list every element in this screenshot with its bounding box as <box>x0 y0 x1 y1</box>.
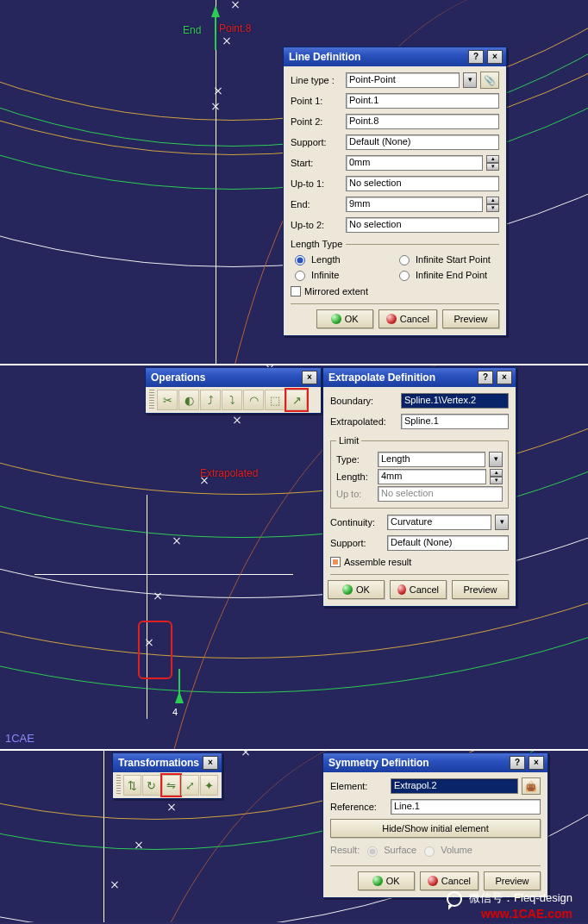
chevron-down-icon[interactable]: ▾ <box>495 515 509 530</box>
help-button[interactable]: ? <box>478 371 493 384</box>
start-field[interactable]: 0mm <box>346 155 483 171</box>
point-label: Point.8 <box>219 22 251 34</box>
close-button[interactable]: × <box>487 50 503 64</box>
length-type-group: Length Type Length Infinite Start Point … <box>291 239 499 281</box>
cancel-button[interactable]: Cancel <box>420 871 479 890</box>
toolbar-titlebar[interactable]: Operations × <box>146 368 321 387</box>
boundary-field[interactable]: Spline.1\Vertex.2 <box>401 393 509 409</box>
length-spinner[interactable]: ▴▾ <box>490 469 503 484</box>
result-label: Result: <box>330 845 360 855</box>
close-icon[interactable]: × <box>302 371 317 384</box>
wechat-icon <box>447 891 462 907</box>
point2-field[interactable]: Point.8 <box>346 114 499 129</box>
radio-infinite[interactable]: Infinite <box>291 268 395 281</box>
dialog-titlebar[interactable]: Extrapolate Definition ? × <box>323 368 516 387</box>
tool-affinity-icon[interactable]: ✦ <box>200 775 218 796</box>
line-type-combo[interactable]: Point-Point <box>346 72 460 88</box>
operations-toolbar: Operations × ✂ ◐ ⤴ ⤵ ◠ ⬚ ↗ <box>145 367 322 414</box>
end-field[interactable]: 9mm <box>346 197 483 212</box>
toolbar-grip[interactable] <box>149 390 154 410</box>
ok-button[interactable]: OK <box>316 309 373 328</box>
dialog-titlebar[interactable]: Symmetry Definition ? × <box>323 753 547 772</box>
hide-show-button[interactable]: Hide/Show initial element <box>330 819 541 838</box>
extrapolated-field[interactable]: Spline.1 <box>401 414 509 429</box>
tool-trim-icon[interactable]: ⤴ <box>200 390 221 410</box>
continuity-label: Continuity: <box>330 517 384 528</box>
length-label: Length: <box>336 471 374 482</box>
limit-group: Limit Type: Length ▾ Length: 4mm ▴▾ Up t… <box>330 435 509 509</box>
radio-infinite-end[interactable]: Infinite End Point <box>395 268 499 281</box>
tool-extract-icon[interactable]: ◠ <box>243 390 264 410</box>
extrapolated-label: Extrapolated: <box>330 416 397 427</box>
reference-label: Reference: <box>330 802 387 812</box>
close-button[interactable]: × <box>529 756 544 770</box>
preview-button[interactable]: Preview <box>484 871 541 890</box>
tool-shape-icon[interactable]: ⬚ <box>265 390 285 410</box>
preview-button[interactable]: Preview <box>452 580 509 599</box>
preview-button[interactable]: Preview <box>442 309 499 328</box>
toolbar-title: Operations <box>151 371 298 384</box>
tool-symmetry-icon[interactable]: ⇋ <box>162 775 180 796</box>
assemble-result-check[interactable]: Assemble result <box>330 557 509 567</box>
end-spinner[interactable]: ▴▾ <box>486 197 499 212</box>
extrapolate-dialog: Extrapolate Definition ? × Boundary: Spl… <box>322 367 516 607</box>
toolbar-grip[interactable] <box>116 775 121 796</box>
upto1-label: Up-to 1: <box>291 178 342 189</box>
point1-label: Point 1: <box>291 96 342 106</box>
chevron-down-icon[interactable]: ▾ <box>489 452 503 467</box>
symmetry-dialog: Symmetry Definition ? × Element: Extrapo… <box>322 752 548 898</box>
cancel-button[interactable]: Cancel <box>378 309 437 328</box>
element-field[interactable]: Extrapol.2 <box>391 778 518 794</box>
element-label: Element: <box>330 781 387 791</box>
toolbar-titlebar[interactable]: Transformations × <box>113 753 222 772</box>
dialog-titlebar[interactable]: Line Definition ? × <box>284 47 506 66</box>
reference-field[interactable]: Line.1 <box>391 799 541 815</box>
help-button[interactable]: ? <box>468 50 484 64</box>
line-definition-dialog: Line Definition ? × Line type : Point-Po… <box>283 47 507 336</box>
length-type-legend: Length Type <box>291 239 346 249</box>
dialog-title: Extrapolate Definition <box>328 371 474 384</box>
start-spinner[interactable]: ▴▾ <box>486 155 499 171</box>
radio-length[interactable]: Length <box>291 253 395 265</box>
tool-translate-icon[interactable]: ⇅ <box>123 775 141 796</box>
toolbar-title: Transformations <box>118 757 199 769</box>
continuity-combo[interactable]: Curvature <box>387 515 491 530</box>
radio-infinite-start[interactable]: Infinite Start Point <box>395 253 499 265</box>
chevron-down-icon[interactable]: ▾ <box>463 72 477 88</box>
ok-button[interactable]: OK <box>328 580 385 599</box>
dim-4: 4 <box>172 707 178 717</box>
limit-legend: Limit <box>336 435 361 446</box>
support-field[interactable]: Default (None) <box>346 134 499 150</box>
support-field[interactable]: Default (None) <box>387 535 509 551</box>
length-field[interactable]: 4mm <box>378 469 486 484</box>
bag-icon[interactable]: 👜 <box>522 777 541 795</box>
tool-scale-icon[interactable]: ⤢ <box>181 775 199 796</box>
end-label: End: <box>291 199 342 209</box>
tool-join-icon[interactable]: ✂ <box>157 390 178 410</box>
close-button[interactable]: × <box>497 371 512 384</box>
tool-boundary-icon[interactable]: ⤵ <box>222 390 242 410</box>
transformations-toolbar: Transformations × ⇅ ↻ ⇋ ⤢ ✦ <box>112 752 222 799</box>
mirrored-extent-check[interactable]: Mirrored extent <box>291 286 499 297</box>
boundary-label: Boundary: <box>330 396 397 406</box>
end-label: End <box>183 24 201 36</box>
line-type-label: Line type : <box>291 75 342 85</box>
line-type-icon-button[interactable]: 📎 <box>480 72 499 89</box>
tool-split-icon[interactable]: ◐ <box>178 390 199 410</box>
ok-button[interactable]: OK <box>358 871 415 890</box>
tool-extrapolate-icon[interactable]: ↗ <box>286 390 307 410</box>
help-button[interactable]: ? <box>510 756 525 770</box>
radio-volume: Volume <box>420 844 472 857</box>
dialog-title: Line Definition <box>289 51 465 63</box>
start-label: Start: <box>291 158 342 168</box>
type-combo[interactable]: Length <box>378 452 485 467</box>
extrapolated-anno: Extrapolated <box>200 467 258 479</box>
viewport-3: Transformations × ⇅ ↻ ⇋ ⤢ ✦ Symmetry Def… <box>0 751 588 922</box>
tool-rotate-icon[interactable]: ↻ <box>142 775 160 796</box>
upto1-field[interactable]: No selection <box>346 176 499 191</box>
point2-label: Point 2: <box>291 116 342 127</box>
point1-field[interactable]: Point.1 <box>346 93 499 109</box>
upto2-field[interactable]: No selection <box>346 217 499 233</box>
cancel-button[interactable]: Cancel <box>390 580 447 599</box>
close-icon[interactable]: × <box>203 756 218 770</box>
